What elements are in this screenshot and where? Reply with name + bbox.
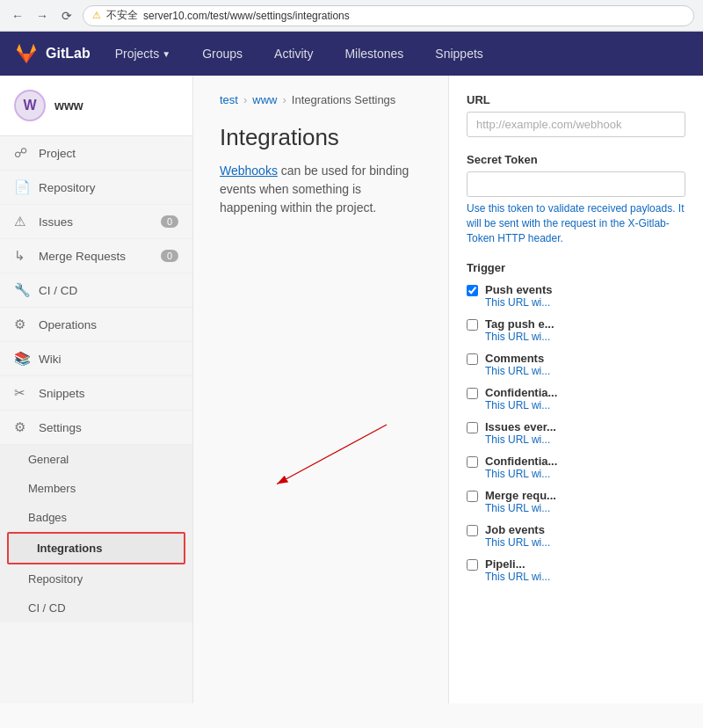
repository-icon: 📄 <box>14 179 30 195</box>
trigger-confidential-issues-checkbox[interactable] <box>467 456 478 468</box>
nav-groups[interactable]: Groups <box>195 43 250 64</box>
trigger-confidential-comments-checkbox[interactable] <box>467 388 478 399</box>
sidebar-item-issues[interactable]: ⚠ Issues 0 <box>0 205 192 239</box>
sidebar-item-wiki[interactable]: 📚 Wiki <box>0 342 192 376</box>
issues-badge: 0 <box>161 215 178 228</box>
breadcrumb-sep1: › <box>243 93 247 106</box>
trigger-merge-requests-name: Merge requ... <box>485 489 556 502</box>
trigger-merge-requests: Merge requ... This URL wi... <box>467 489 685 514</box>
url-group: URL <box>467 93 685 137</box>
merge-requests-badge: 0 <box>161 250 178 262</box>
trigger-tag-push-name: Tag push e... <box>485 317 554 331</box>
token-label: Secret Token <box>467 153 685 166</box>
trigger-push-checkbox[interactable] <box>467 285 478 296</box>
operations-icon: ⚙ <box>14 317 30 332</box>
trigger-issues: Issues ever... This URL wi... <box>467 420 685 446</box>
trigger-push: Push events This URL wi... <box>467 283 685 309</box>
trigger-merge-requests-desc: This URL wi... <box>485 502 556 514</box>
wiki-icon: 📚 <box>14 351 30 367</box>
gitlab-navbar: GitLab Projects ▼ Groups Activity Milest… <box>0 32 703 76</box>
browser-chrome: ← → ⟳ ⚠ 不安全 server10.com/test/www/settin… <box>0 0 703 32</box>
submenu-integrations[interactable]: Integrations <box>7 532 185 564</box>
svg-line-5 <box>277 425 387 484</box>
sidebar-item-cicd[interactable]: 🔧 CI / CD <box>0 273 192 308</box>
trigger-job-events-desc: This URL wi... <box>485 536 550 549</box>
sidebar-item-merge-requests[interactable]: ↳ Merge Requests 0 <box>0 239 192 273</box>
trigger-comments: Comments This URL wi... <box>467 352 685 377</box>
sidebar-item-repository[interactable]: 📄 Repository <box>0 171 192 205</box>
description: Webhooks can be used for binding events … <box>220 162 422 217</box>
reload-button[interactable]: ⟳ <box>58 7 76 25</box>
right-panel: URL Secret Token Use this token to valid… <box>448 76 703 703</box>
sidebar-item-snippets[interactable]: ✂ Snippets <box>0 376 192 411</box>
issues-icon: ⚠ <box>14 214 30 229</box>
trigger-confidential-issues-name: Confidentia... <box>485 455 557 468</box>
security-label: 不安全 <box>106 8 138 23</box>
submenu-repository[interactable]: Repository <box>0 564 192 593</box>
submenu-badges[interactable]: Badges <box>0 503 192 532</box>
forward-button[interactable]: → <box>33 7 51 25</box>
trigger-job-events-checkbox[interactable] <box>467 525 478 536</box>
merge-requests-icon: ↳ <box>14 248 30 264</box>
nav-milestones[interactable]: Milestones <box>337 43 410 64</box>
url-input[interactable] <box>467 112 685 137</box>
trigger-label: Trigger <box>467 261 685 274</box>
sidebar: W www ☍ Project 📄 Repository ⚠ Issues 0 … <box>0 76 193 703</box>
trigger-push-desc: This URL wi... <box>485 296 553 309</box>
trigger-comments-name: Comments <box>485 352 550 365</box>
gitlab-logo-text: GitLab <box>46 46 91 62</box>
trigger-job-events: Job events This URL wi... <box>467 523 685 549</box>
trigger-comments-desc: This URL wi... <box>485 365 550 377</box>
gitlab-logo[interactable]: GitLab <box>14 41 91 66</box>
token-group: Secret Token Use this token to validate … <box>467 153 685 245</box>
back-button[interactable]: ← <box>9 7 26 25</box>
trigger-confidential-issues-desc: This URL wi... <box>485 468 557 480</box>
nav-projects[interactable]: Projects ▼ <box>108 43 178 64</box>
main-content: test › www › Integrations Settings Integ… <box>193 76 448 703</box>
trigger-issues-name: Issues ever... <box>485 420 556 433</box>
submenu-cicd[interactable]: CI / CD <box>0 593 192 622</box>
url-text: server10.com/test/www/settings/integrati… <box>143 10 350 22</box>
sidebar-item-operations[interactable]: ⚙ Operations <box>0 308 192 342</box>
trigger-pipeline-checkbox[interactable] <box>467 559 478 571</box>
submenu-general[interactable]: General <box>0 445 192 474</box>
url-bar[interactable]: ⚠ 不安全 server10.com/test/www/settings/int… <box>83 5 694 26</box>
project-icon: ☍ <box>14 145 30 161</box>
trigger-confidential-issues: Confidentia... This URL wi... <box>467 455 685 480</box>
breadcrumb-current: Integrations Settings <box>292 93 396 106</box>
breadcrumb-www[interactable]: www <box>252 93 277 106</box>
token-helper: Use this token to validate received payl… <box>467 201 685 245</box>
trigger-tag-push-checkbox[interactable] <box>467 319 478 331</box>
nav-activity[interactable]: Activity <box>267 43 320 64</box>
trigger-comments-checkbox[interactable] <box>467 353 478 365</box>
avatar: W <box>14 90 46 121</box>
sidebar-username: www <box>54 98 83 113</box>
sidebar-item-project[interactable]: ☍ Project <box>0 136 192 171</box>
trigger-tag-push: Tag push e... This URL wi... <box>467 317 685 343</box>
trigger-pipeline-desc: This URL wi... <box>485 571 550 583</box>
trigger-pipeline: Pipeli... This URL wi... <box>467 557 685 583</box>
snippets-icon: ✂ <box>14 385 30 401</box>
trigger-tag-push-desc: This URL wi... <box>485 331 554 343</box>
cicd-icon: 🔧 <box>14 282 30 298</box>
breadcrumb-test[interactable]: test <box>220 93 238 106</box>
submenu-members[interactable]: Members <box>0 474 192 503</box>
trigger-job-events-name: Job events <box>485 523 550 536</box>
webhooks-link[interactable]: Webhooks <box>220 164 278 178</box>
gitlab-logo-icon <box>14 41 39 66</box>
projects-chevron: ▼ <box>162 49 170 59</box>
settings-icon: ⚙ <box>14 419 30 435</box>
nav-snippets[interactable]: Snippets <box>428 43 489 64</box>
content-area: test › www › Integrations Settings Integ… <box>193 76 703 703</box>
breadcrumb-sep2: › <box>282 93 286 106</box>
trigger-merge-requests-checkbox[interactable] <box>467 491 478 502</box>
page-title: Integrations <box>220 124 422 151</box>
trigger-push-name: Push events <box>485 283 553 296</box>
sidebar-item-settings[interactable]: ⚙ Settings <box>0 411 192 445</box>
trigger-issues-checkbox[interactable] <box>467 422 478 433</box>
settings-submenu: General Members Badges Integrations Repo… <box>0 445 192 622</box>
trigger-confidential-comments-name: Confidentia... <box>485 386 557 399</box>
url-label: URL <box>467 93 685 106</box>
trigger-issues-desc: This URL wi... <box>485 433 556 446</box>
token-input[interactable] <box>467 171 685 197</box>
